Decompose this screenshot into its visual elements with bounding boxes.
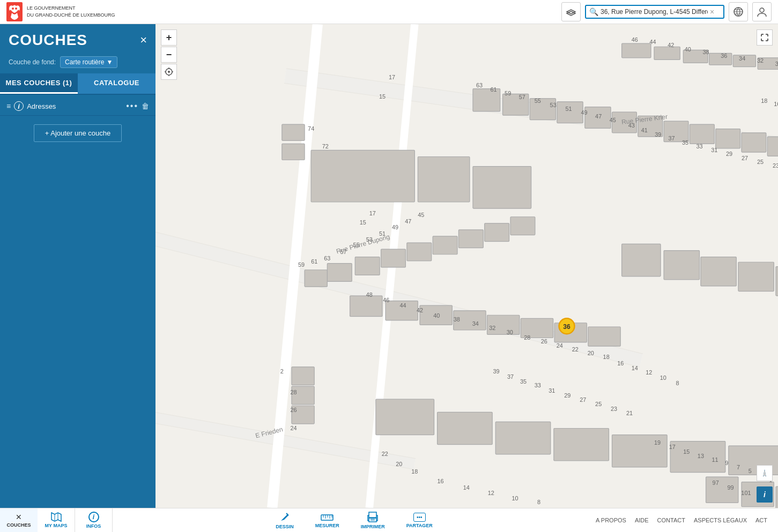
language-btn[interactable]	[729, 2, 748, 21]
layer-info-btn[interactable]: i	[14, 101, 24, 111]
couche-fond-dropdown[interactable]: Carte routière ▼	[60, 56, 117, 68]
svg-rect-214	[369, 512, 376, 518]
svg-text:42: 42	[417, 307, 423, 313]
svg-rect-59	[738, 262, 774, 291]
svg-rect-64	[376, 399, 434, 434]
navigate-btn[interactable]	[757, 465, 773, 481]
layer-options-btn[interactable]: •••	[126, 101, 138, 111]
layer-delete-btn[interactable]: 🗑	[142, 102, 149, 110]
bottom-infos-btn[interactable]: i INFOS	[75, 508, 113, 533]
svg-rect-29	[716, 129, 740, 148]
couches-label: COUCHES	[6, 522, 31, 528]
bottom-right: A PROPOS AIDE CONTACT ASPECTS LÉGAUX ACT	[596, 517, 778, 523]
footer-aide[interactable]: AIDE	[635, 517, 649, 523]
svg-text:11: 11	[712, 456, 718, 463]
svg-rect-39	[327, 264, 352, 282]
svg-text:20: 20	[396, 461, 402, 467]
map-info-btn[interactable]: i	[757, 486, 773, 503]
zoom-out-btn[interactable]: −	[161, 47, 177, 63]
svg-text:23: 23	[773, 162, 778, 169]
dessin-btn[interactable]: DESSIN	[270, 511, 299, 529]
svg-text:45: 45	[610, 117, 616, 123]
svg-text:27: 27	[580, 396, 586, 403]
svg-rect-46	[485, 223, 509, 242]
tab-mes-couches[interactable]: MES COUCHES (1)	[0, 73, 78, 94]
luxembourg-lion-logo	[6, 2, 23, 21]
svg-text:33: 33	[696, 143, 702, 149]
government-text: LE GOUVERNEMENT DU GRAND-DUCHÉ DE LUXEMB…	[27, 5, 115, 18]
mesurer-icon	[321, 512, 334, 522]
svg-text:35: 35	[520, 378, 527, 385]
svg-rect-74	[776, 486, 778, 508]
svg-point-6	[168, 71, 170, 73]
partager-btn[interactable]: ••• PARTAGER	[401, 513, 438, 528]
footer-apropos[interactable]: A PROPOS	[596, 517, 626, 523]
dessin-label: DESSIN	[276, 524, 294, 529]
compass-icon	[760, 468, 769, 478]
user-icon	[757, 6, 767, 17]
dessin-icon	[279, 511, 291, 523]
map-area[interactable]: + − i	[155, 24, 778, 508]
layer-actions: ••• 🗑	[126, 101, 149, 111]
svg-text:35: 35	[682, 139, 688, 146]
svg-rect-13	[654, 47, 680, 59]
footer-contact[interactable]: CONTACT	[657, 517, 685, 523]
sidebar-header: COUCHES ×	[0, 24, 155, 54]
search-input[interactable]	[601, 8, 708, 16]
svg-text:101: 101	[741, 490, 751, 496]
svg-text:10: 10	[512, 495, 518, 501]
svg-rect-43	[407, 243, 432, 261]
sidebar-title: COUCHES	[9, 32, 87, 49]
svg-text:24: 24	[291, 425, 297, 431]
bottom-mymaps-btn[interactable]: MY MAPS	[38, 508, 75, 533]
footer-aspects-legaux[interactable]: ASPECTS LÉGAUX	[694, 517, 747, 523]
svg-text:25: 25	[757, 159, 764, 165]
tab-catalogue[interactable]: CATALOGUE	[78, 73, 155, 94]
svg-rect-55	[588, 327, 620, 346]
svg-rect-45	[458, 230, 483, 248]
svg-text:32: 32	[757, 57, 764, 64]
svg-text:18: 18	[761, 98, 767, 104]
fullscreen-btn[interactable]	[757, 29, 773, 46]
partager-label: PARTAGER	[406, 523, 433, 528]
svg-rect-60	[776, 267, 778, 296]
svg-text:36: 36	[721, 53, 727, 59]
svg-rect-35	[418, 156, 470, 202]
svg-text:26: 26	[291, 407, 297, 413]
svg-text:45: 45	[418, 212, 424, 218]
map-svg[interactable]: 36 46 44 42 40 38 36 34 32 30 28 26 24 2…	[155, 24, 778, 508]
globe-icon	[733, 6, 744, 17]
svg-text:18: 18	[603, 354, 610, 360]
add-layer-button[interactable]: + Ajouter une couche	[34, 124, 122, 142]
svg-text:61: 61	[311, 258, 317, 265]
svg-point-4	[760, 8, 764, 12]
sidebar-close-btn[interactable]: ×	[140, 34, 147, 46]
mesurer-btn[interactable]: MESURER	[310, 512, 345, 528]
svg-text:12: 12	[646, 369, 652, 376]
zoom-in-btn[interactable]: +	[161, 29, 177, 46]
footer-act[interactable]: ACT	[755, 517, 767, 523]
svg-text:7: 7	[737, 464, 740, 470]
svg-text:47: 47	[405, 218, 411, 224]
user-btn[interactable]	[752, 2, 772, 21]
svg-text:8: 8	[676, 380, 679, 386]
infos-icon: i	[88, 512, 99, 522]
couche-fond-label: Couche de fond:	[9, 58, 56, 66]
couche-fond-value: Carte routière	[65, 58, 104, 66]
svg-rect-31	[767, 137, 778, 156]
mesurer-label: MESURER	[315, 523, 339, 528]
clear-search-icon[interactable]: ×	[710, 8, 714, 16]
location-btn[interactable]	[161, 64, 177, 80]
search-magnifier-icon: 🔍	[589, 8, 598, 16]
svg-rect-44	[433, 236, 457, 254]
svg-rect-40	[305, 270, 327, 287]
svg-text:14: 14	[632, 365, 638, 371]
couches-close-icon: ✕	[16, 513, 22, 521]
header-layers-btn[interactable]	[561, 2, 581, 21]
imprimer-btn[interactable]: IMPRIMER	[355, 511, 390, 529]
layer-item: ≡ i Adresses ••• 🗑	[0, 97, 155, 116]
svg-text:31: 31	[711, 147, 717, 153]
bottom-left: ✕ COUCHES MY MAPS i INFOS	[0, 508, 113, 533]
svg-text:26: 26	[541, 338, 547, 344]
bottom-couches-btn[interactable]: ✕ COUCHES	[0, 508, 38, 533]
